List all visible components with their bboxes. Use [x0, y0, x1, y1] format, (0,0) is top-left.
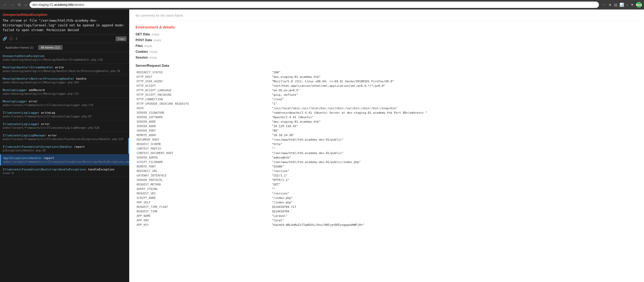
server-data-key: SERVER_ADDR — [136, 124, 271, 128]
server-data-value: "GET" — [271, 182, 638, 187]
bookmark-icon[interactable]: ★ — [608, 3, 612, 7]
profile-button[interactable]: Burp — [636, 2, 642, 8]
frame-file-path: andor/monolog/monolog/src/Monolog/Logger… — [3, 81, 127, 84]
server-data-row: HTTP_ACCEPT_ENCODING"gzip, deflate" — [136, 93, 638, 97]
nav-back-button[interactable]: ← — [2, 2, 8, 7]
server-data-value: "dev-staging-01.academy.htb" — [271, 120, 638, 124]
server-data-value: "en-US,en;q=0.5" — [271, 88, 638, 93]
browser-action-icons: ⋯ ★ ▤ 📊 ○ ▼ Burp — [603, 2, 642, 8]
frame-class-name: Illuminate\Foundation\Bootstrap\HandleEx… — [3, 168, 127, 171]
frame-class-name: Illuminate\Log\Logger writeLog — [3, 111, 127, 114]
left-panel: UnexpectedValueException The stream or f… — [0, 9, 129, 282]
exception-header: UnexpectedValueException The stream or f… — [0, 9, 129, 35]
server-data-key: SERVER_SOFTWARE — [136, 115, 271, 120]
server-data-row: PHP_SELF"/index.php" — [136, 200, 638, 205]
server-data-key: HTTP_CONNECTION — [136, 97, 271, 102]
tab-application-frames[interactable]: Application frames (1) — [3, 45, 36, 50]
server-data-key: PHP_SELF — [136, 200, 271, 205]
frame-item[interactable]: Monolog\Logger addRecordandor/monolog/mo… — [0, 86, 129, 98]
frame-item[interactable]: Illuminate\Foundation\Bootstrap\HandleEx… — [0, 166, 129, 177]
server-data-row: SCRIPT_FILENAME"/var/www/html/htb-academ… — [136, 160, 638, 164]
server-data-row: SCRIPT_NAME"/index.php" — [136, 196, 638, 200]
env-label: Session — [136, 56, 148, 59]
address-bold: academy.htb — [54, 3, 73, 7]
server-data-value: "/index.php" — [271, 200, 638, 205]
frame-file-path: andor/laravel/framework/src/Illuminate/L… — [3, 104, 127, 107]
info-icon[interactable]: ⓘ — [9, 36, 13, 41]
env-rows: GET DataemptyPOST DataemptyFilesemptyCoo… — [136, 32, 638, 59]
server-data-key: REQUEST_METHOD — [136, 182, 271, 187]
server-data-key: SCRIPT_FILENAME — [136, 160, 271, 164]
server-data-key: SERVER_ADMIN — [136, 155, 271, 160]
nav-forward-button[interactable]: → — [9, 2, 15, 7]
frame-file-path: p/Exceptions/Handler.php:39 — [3, 149, 127, 152]
server-data-value: "80" — [271, 128, 638, 133]
server-data-value: "Apache/2.4.41 (Ubuntu)" — [271, 115, 638, 120]
server-data-value: "admin@htb" — [271, 155, 638, 160]
server-data-value: "Laravel" — [271, 214, 638, 218]
server-data-key: SERVER_PROTOCOL — [136, 178, 271, 182]
frame-item[interactable]: Monolog\Handler\AbstractProcessingHandle… — [0, 75, 129, 86]
menu-icon[interactable]: ⋯ — [603, 3, 606, 7]
server-data-row: HTTP_USER_AGENT"Mozilla/5.0 (X11; Linux … — [136, 79, 638, 84]
address-bar[interactable]: dev-staging-01.academy.htb/version — [30, 2, 599, 8]
server-data-row: PATH"/usr/local/sbin:/usr/local/bin:/usr… — [136, 106, 638, 111]
frame-class-name: Monolog\Logger error — [3, 100, 127, 103]
server-data-value: "dev-staging-01.academy.htb" — [271, 75, 638, 79]
nav-refresh-button[interactable]: ↻ — [17, 2, 22, 7]
server-data-row: CONTEXT_DOCUMENT_ROOT"/var/www/html/htb-… — [136, 151, 638, 155]
frame-item[interactable]: UnexpectedValueExceptionandor/monolog/mo… — [0, 52, 129, 64]
frame-item[interactable]: Monolog\Handler\StreamHandler writeandor… — [0, 64, 129, 75]
env-label: GET Data — [136, 32, 150, 36]
server-data-key: HTTP_HOST — [136, 75, 271, 79]
server-data-value: "/var/www/html/htb-academy-dev-01/public… — [271, 151, 638, 155]
server-data-key: HTTP_ACCEPT_LANGUAGE — [136, 88, 271, 93]
server-data-key: REMOTE_ADDR — [136, 133, 271, 137]
sidebar-icon[interactable]: ▤ — [614, 3, 617, 7]
main-container: UnexpectedValueException The stream or f… — [0, 9, 644, 282]
extra-icon3[interactable]: ▼ — [630, 3, 634, 7]
server-data-row: SERVER_NAME"dev-staging-01.academy.htb" — [136, 120, 638, 124]
frame-class-name: Illuminate\Foundation\Exceptions\Handler… — [3, 145, 127, 149]
server-data-value: "200" — [271, 70, 638, 75]
server-data-value: "/version" — [271, 169, 638, 173]
server-data-row: REMOTE_PORT"55486" — [136, 164, 638, 169]
section-title: Environment & details: — [136, 25, 638, 29]
server-data-key: HTTP_UPGRADE_INSECURE_REQUESTS — [136, 102, 271, 106]
right-panel: No comments for this stack frame. Enviro… — [129, 9, 644, 282]
address-text: dev-staging-01.academy.htb/version — [32, 3, 84, 7]
server-data-value: "10.10.14.50" — [271, 133, 638, 137]
frame-item[interactable]: Illuminate\Log\Logger errorandor/laravel… — [0, 120, 129, 132]
browser-chrome: ← → ↻ ⌂ dev-staging-01.academy.htb/versi… — [0, 0, 644, 9]
server-data-key: APP_KEY — [136, 223, 271, 227]
frame-item[interactable]: Illuminate\Log\LogManager errorandor/lar… — [0, 132, 129, 143]
tab-all-frames[interactable]: All frames (11) — [38, 45, 63, 50]
frame-list: UnexpectedValueExceptionandor/monolog/mo… — [0, 52, 129, 177]
copy-button[interactable]: Copy — [116, 36, 127, 41]
server-data-key: CONTEXT_DOCUMENT_ROOT — [136, 151, 271, 155]
server-data-key: SERVER_SIGNATURE — [136, 111, 271, 115]
frame-item[interactable]: Monolog\Logger errorandor/laravel/framew… — [0, 98, 129, 109]
frame-item[interactable]: App\Exceptions\Handler reportandor/larav… — [0, 154, 129, 166]
server-data-row: SERVER_PORT"80" — [136, 128, 638, 133]
download-icon[interactable]: ⇩ — [15, 36, 18, 41]
server-data-key: REMOTE_PORT — [136, 164, 271, 169]
share-icon[interactable]: 🔗 — [3, 36, 7, 41]
server-data-row: SERVER_ADDR"10.129.110.43" — [136, 124, 638, 128]
server-data-key: APP_ENV — [136, 218, 271, 223]
extra-icon[interactable]: 📊 — [619, 3, 624, 7]
frame-file-path: andor/laravel/framework/src/Illuminate/L… — [3, 115, 127, 118]
server-data-key: SERVER_NAME — [136, 120, 271, 124]
env-value: empty — [149, 56, 157, 59]
frame-class-name: UnexpectedValueException — [3, 54, 127, 58]
frame-file-path: ernal:0 — [3, 172, 127, 175]
exception-icons-bar: 🔗 ⓘ ⇩ Copy — [0, 35, 129, 43]
server-data-key: REQUEST_SCHEME — [136, 142, 271, 146]
server-data-row: APP_KEY"base64:dBLUaMuZz7Iq06XtL/Xnz/90E… — [136, 223, 638, 227]
extra-icon2[interactable]: ○ — [626, 3, 628, 7]
frame-item[interactable]: Illuminate\Log\Logger writeLogandor/lara… — [0, 109, 129, 120]
server-data-row: REDIRECT_STATUS"200" — [136, 70, 638, 75]
server-data-row: REQUEST_TIME_FLOAT1614418704.717 — [136, 205, 638, 209]
frame-item[interactable]: Illuminate\Foundation\Exceptions\Handler… — [0, 143, 129, 154]
nav-home-button[interactable]: ⌂ — [24, 2, 28, 7]
